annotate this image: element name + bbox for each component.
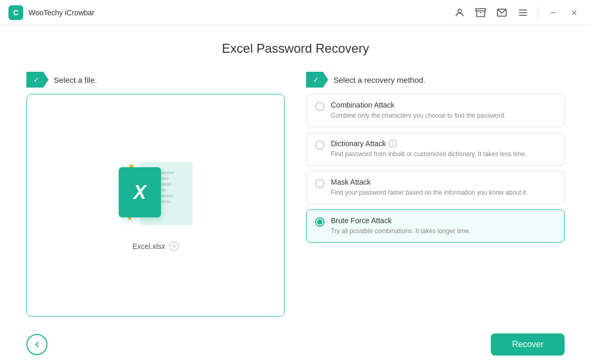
titlebar-actions — [451, 4, 583, 21]
mail-icon-button[interactable] — [493, 4, 510, 21]
box-icon — [475, 7, 486, 18]
profile-icon — [454, 7, 465, 18]
method-desc-combination: Combine only the characters you choose t… — [331, 111, 556, 120]
radio-dictionary — [315, 140, 325, 150]
info-icon-dictionary: i — [389, 140, 396, 147]
method-name-dictionary: Dictionary Attack i — [331, 139, 556, 148]
minimize-icon — [549, 9, 557, 16]
radio-brute — [315, 217, 325, 227]
method-name-mask: Mask Attack — [331, 178, 556, 186]
radio-inner-brute — [317, 219, 322, 225]
back-arrow-icon — [32, 340, 42, 349]
footer: Recover — [0, 327, 591, 364]
svg-point-0 — [458, 9, 462, 13]
radio-mask — [315, 179, 325, 188]
left-column: ✓ Select a file. — [26, 72, 285, 317]
recover-button[interactable]: Recover — [491, 333, 565, 356]
menu-icon — [518, 7, 528, 18]
minimize-button[interactable] — [545, 4, 561, 21]
left-section-header: ✓ Select a file. — [26, 72, 285, 88]
method-desc-mask: Find your password faster based on the i… — [331, 188, 556, 197]
left-checkmark: ✓ — [33, 75, 40, 84]
back-button[interactable] — [26, 334, 47, 355]
method-desc-dictionary: Find password from inbuilt or customized… — [331, 149, 556, 159]
app-title: WooTechy iCrowbar — [28, 8, 451, 17]
logo-letter: C — [13, 8, 18, 17]
two-col-layout: ✓ Select a file. — [26, 72, 565, 317]
remove-file-button[interactable]: × — [169, 242, 179, 251]
file-drop-area[interactable]: X Excel.xlsx × — [26, 94, 285, 317]
mail-icon — [497, 7, 507, 18]
method-card-mask[interactable]: Mask Attack Find your password faster ba… — [306, 171, 565, 204]
method-list: Combination Attack Combine only the char… — [306, 94, 565, 317]
left-step-badge: ✓ — [26, 72, 49, 88]
box-icon-button[interactable] — [472, 4, 489, 21]
right-section-label: Select a recovery method. — [333, 75, 425, 84]
method-info-brute: Brute Force Attack Try all possible comb… — [331, 216, 556, 236]
method-card-brute[interactable]: Brute Force Attack Try all possible comb… — [306, 209, 565, 243]
method-card-combination[interactable]: Combination Attack Combine only the char… — [306, 94, 565, 127]
method-name-brute: Brute Force Attack — [331, 216, 556, 225]
titlebar-separator — [538, 7, 538, 18]
excel-file-icon: X — [119, 167, 161, 217]
main-content: Excel Password Recovery ✓ Select a file. — [0, 25, 591, 327]
close-button[interactable] — [566, 4, 583, 21]
method-card-dictionary[interactable]: Dictionary Attack i Find password from i… — [306, 132, 565, 166]
right-step-badge: ✓ — [306, 72, 328, 88]
page-title: Excel Password Recovery — [26, 41, 565, 56]
method-name-combination: Combination Attack — [331, 101, 556, 109]
method-info-mask: Mask Attack Find your password faster ba… — [331, 178, 556, 197]
remove-icon: × — [173, 243, 176, 250]
menu-icon-button[interactable] — [514, 4, 531, 21]
filename-label: Excel.xlsx — [132, 242, 165, 251]
method-info-dictionary: Dictionary Attack i Find password from i… — [331, 139, 556, 159]
right-column: ✓ Select a recovery method. Combination … — [306, 72, 565, 317]
method-desc-brute: Try all possible combinations. It takes … — [331, 226, 556, 236]
titlebar: C WooTechy iCrowbar — [0, 0, 591, 25]
right-section-header: ✓ Select a recovery method. — [306, 72, 565, 88]
excel-illustration: X — [119, 159, 193, 233]
close-icon — [570, 9, 578, 16]
method-info-combination: Combination Attack Combine only the char… — [331, 101, 556, 120]
radio-combination — [315, 102, 325, 111]
profile-icon-button[interactable] — [451, 4, 468, 21]
svg-rect-1 — [476, 8, 485, 11]
filename-row: Excel.xlsx × — [132, 242, 179, 251]
left-section-label: Select a file. — [54, 75, 97, 84]
excel-x-letter: X — [134, 183, 146, 202]
app-logo: C — [8, 5, 23, 20]
right-checkmark: ✓ — [313, 75, 319, 84]
